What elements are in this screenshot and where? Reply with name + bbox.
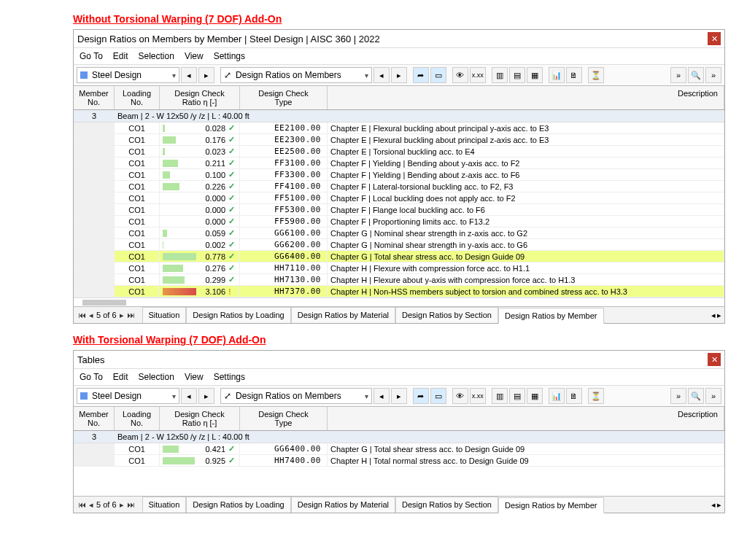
table-row[interactable]: CO10.176✓EE2300.00Chapter E | Flexural b…	[74, 134, 724, 146]
export-button[interactable]: 🗎	[566, 67, 582, 83]
close-button[interactable]: ✕	[708, 353, 721, 366]
combo-design-ratios[interactable]: ⤢ Design Ratios on Members ▾	[220, 388, 372, 404]
tab-situation[interactable]: Situation	[142, 307, 187, 323]
layout-c-button[interactable]: ▦	[527, 388, 543, 404]
combo-design-ratios[interactable]: ⤢ Design Ratios on Members ▾	[220, 67, 372, 83]
layout-c-button[interactable]: ▦	[527, 67, 543, 83]
find-button[interactable]: 🔍	[688, 388, 704, 404]
nav-prev-button[interactable]: ◂	[181, 388, 197, 404]
tab-design-ratios-by-material[interactable]: Design Ratios by Material	[291, 307, 395, 323]
table-row[interactable]: CO10.100✓FF3300.00Chapter F | Yielding |…	[74, 169, 724, 181]
layout-a-button[interactable]: ▥	[492, 67, 508, 83]
more-button[interactable]: »	[670, 67, 686, 83]
nav-next-button[interactable]: ▸	[198, 67, 214, 83]
table-row[interactable]: CO10.000✓FF5100.00Chapter F | Local buck…	[74, 192, 724, 204]
table-row[interactable]: CO10.000✓FF5300.00Chapter F | Flange loc…	[74, 204, 724, 216]
next-page-button[interactable]: ▸	[120, 500, 124, 510]
beam-row[interactable]: 3 Beam | 2 - W 12x50 /y /z | L : 40.00 f…	[74, 110, 724, 122]
chart-button[interactable]: 📊	[549, 67, 565, 83]
more2-button[interactable]: »	[705, 388, 721, 404]
table-row[interactable]: CO10.023✓EE2500.00Chapter E | Torsional …	[74, 146, 724, 158]
table-row[interactable]: CO10.299✓HH7130.00Chapter H | Flexure ab…	[74, 274, 724, 286]
cell-ratio: 0.226✓	[160, 181, 240, 192]
cell-loading: CO1	[115, 228, 160, 238]
first-page-button[interactable]: ⏮	[78, 500, 86, 509]
table-row[interactable]: CO10.059✓GG6100.00Chapter G | Nominal sh…	[74, 228, 724, 239]
next-page-button[interactable]: ▸	[120, 311, 124, 320]
tab-design-ratios-by-loading[interactable]: Design Ratios by Loading	[186, 307, 290, 323]
filter-button[interactable]: ⏳	[588, 67, 604, 83]
close-button[interactable]: ✕	[708, 32, 721, 45]
hdr-ratio: Design Check Ratio η [-]	[160, 407, 240, 430]
prev-page-button[interactable]: ◂	[89, 500, 93, 510]
tab-scroll-right[interactable]: ▸	[717, 500, 721, 510]
cell-desc: Chapter F | Local buckling does not appl…	[328, 192, 724, 203]
menu-settings[interactable]: Settings	[214, 372, 245, 382]
menu-view[interactable]: View	[185, 51, 204, 61]
menu-settings[interactable]: Settings	[214, 51, 245, 61]
first-page-button[interactable]: ⏮	[78, 311, 86, 319]
table-row[interactable]: CO10.028✓EE2100.00Chapter E | Flexural b…	[74, 122, 724, 134]
menu-view[interactable]: View	[185, 372, 204, 382]
steel-icon	[80, 71, 88, 79]
combo-steel-design[interactable]: Steel Design ▾	[77, 388, 179, 404]
menu-selection[interactable]: Selection	[139, 51, 174, 61]
hdr-type: Design Check Type	[240, 86, 328, 109]
tab-situation[interactable]: Situation	[142, 497, 187, 513]
table-row[interactable]: CO10.778✓GG6400.00Chapter G | Total shea…	[74, 251, 724, 262]
tab-design-ratios-by-section[interactable]: Design Ratios by Section	[395, 307, 498, 323]
more2-button[interactable]: »	[705, 67, 721, 83]
last-page-button[interactable]: ⏭	[127, 311, 135, 319]
table-row[interactable]: CO10.421✓GG6400.00Chapter G | Total shea…	[74, 443, 724, 455]
tool-select-button[interactable]: ▭	[430, 388, 446, 404]
tab-scroll-left[interactable]: ◂	[711, 500, 716, 510]
nav-prev-button[interactable]: ◂	[374, 67, 390, 83]
tab-design-ratios-by-member[interactable]: Design Ratios by Member	[498, 308, 604, 324]
menu-edit[interactable]: Edit	[113, 372, 128, 382]
tool-pointer-button[interactable]: ➦	[413, 67, 429, 83]
tool-text-button[interactable]: x.xx	[470, 388, 486, 404]
tab-design-ratios-by-material[interactable]: Design Ratios by Material	[291, 497, 395, 513]
prev-page-button[interactable]: ◂	[89, 311, 93, 320]
layout-b-button[interactable]: ▤	[509, 388, 525, 404]
table-row[interactable]: CO10.002✓GG6200.00Chapter G | Nominal sh…	[74, 239, 724, 251]
export-button[interactable]: 🗎	[566, 388, 582, 404]
nav-prev-button[interactable]: ◂	[374, 388, 390, 404]
tab-design-ratios-by-loading[interactable]: Design Ratios by Loading	[186, 497, 290, 513]
menu-edit[interactable]: Edit	[113, 51, 128, 61]
tab-scroll-right[interactable]: ▸	[717, 311, 721, 320]
tab-design-ratios-by-section[interactable]: Design Ratios by Section	[395, 497, 498, 513]
nav-next-button[interactable]: ▸	[391, 67, 407, 83]
tool-select-button[interactable]: ▭	[430, 67, 446, 83]
find-button[interactable]: 🔍	[688, 67, 704, 83]
layout-b-button[interactable]: ▤	[509, 67, 525, 83]
tool-zoom-button[interactable]: 👁	[452, 67, 468, 83]
beam-row[interactable]: 3 Beam | 2 - W 12x50 /y /z | L : 40.00 f…	[74, 431, 724, 443]
filter-button[interactable]: ⏳	[588, 388, 604, 404]
tab-scroll-left[interactable]: ◂	[711, 311, 716, 320]
nav-next-button[interactable]: ▸	[198, 388, 214, 404]
last-page-button[interactable]: ⏭	[127, 500, 135, 509]
table-row[interactable]: CO10.211✓FF3100.00Chapter F | Yielding |…	[74, 158, 724, 169]
menu-goto[interactable]: Go To	[80, 51, 103, 61]
menu-goto[interactable]: Go To	[80, 372, 103, 382]
table-row[interactable]: CO10.276✓HH7110.00Chapter H | Flexure wi…	[74, 262, 724, 274]
tool-text-button[interactable]: x.xx	[470, 67, 486, 83]
cell-loading: CO1	[115, 146, 160, 157]
layout-a-button[interactable]: ▥	[492, 388, 508, 404]
table-row[interactable]: CO10.000✓FF5900.00Chapter F | Proportion…	[74, 216, 724, 228]
tab-design-ratios-by-member[interactable]: Design Ratios by Member	[498, 497, 604, 513]
table-row[interactable]: CO13.106!HH7370.00Chapter H | Non-HSS me…	[74, 286, 724, 298]
tool-zoom-button[interactable]: 👁	[452, 388, 468, 404]
menu-selection[interactable]: Selection	[139, 372, 174, 382]
combo-steel-design[interactable]: Steel Design ▾	[77, 67, 179, 83]
h-scrollbar[interactable]	[74, 298, 724, 306]
table-row[interactable]: CO10.226✓FF4100.00Chapter F | Lateral-to…	[74, 181, 724, 192]
tool-pointer-button[interactable]: ➦	[413, 388, 429, 404]
table-row[interactable]: CO10.925✓HH7400.00Chapter H | Total norm…	[74, 455, 724, 467]
nav-prev-button[interactable]: ◂	[181, 67, 197, 83]
nav-next-button[interactable]: ▸	[391, 388, 407, 404]
cell-member	[74, 181, 115, 192]
more-button[interactable]: »	[670, 388, 686, 404]
chart-button[interactable]: 📊	[549, 388, 565, 404]
